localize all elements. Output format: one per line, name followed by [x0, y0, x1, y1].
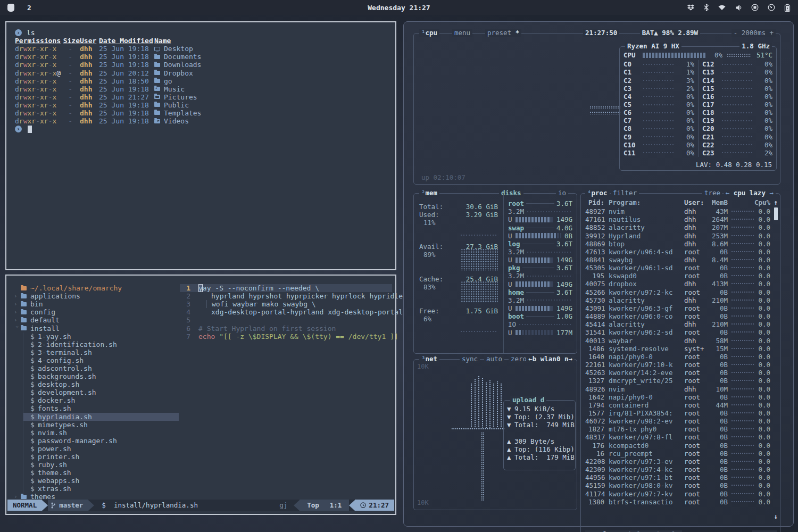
tree-file-nvim.sh[interactable]: $nvim.sh	[23, 429, 179, 437]
net-auto-toggle[interactable]: auto	[484, 355, 504, 363]
process-row[interactable]: 45730alacrittydhh210M0.0	[585, 296, 770, 304]
tree-dir-config[interactable]: ›config	[12, 308, 179, 316]
process-row[interactable]: 45266kworker/u97:2-kcroot0B0.0	[585, 288, 770, 296]
dropbox-icon[interactable]	[687, 4, 695, 11]
net-interface[interactable]: ←b wlan0 n→	[526, 355, 575, 363]
tree-root[interactable]: ~/.local/share/omarchy	[12, 284, 179, 292]
tree-dir-applications[interactable]: ›applications	[12, 292, 179, 300]
volume-icon[interactable]	[735, 4, 742, 11]
btop-window[interactable]: ¹cpu menu preset * 21:27:50 BAT▲ 98% 2.8…	[403, 21, 794, 527]
preset-button[interactable]: preset *	[485, 29, 521, 37]
net-sync-toggle[interactable]: sync	[460, 355, 480, 363]
git-branch[interactable]: master	[48, 500, 88, 511]
process-row[interactable]: 1642napi/phy0-0root0B0.0	[585, 393, 770, 401]
process-row[interactable]: 42309kworker/u97:4-kcroot0B0.0	[585, 466, 770, 473]
tree-file-1-yay.sh[interactable]: $1-yay.sh	[23, 332, 179, 340]
process-row[interactable]: 48926nvimdhh10M0.0	[585, 385, 770, 393]
editor-line-1[interactable]: 1yay -S --noconfirm --needed \	[180, 284, 392, 292]
wifi-icon[interactable]	[718, 4, 726, 11]
tree-file-printer.sh[interactable]: $printer.sh	[23, 453, 179, 461]
proc-sort-selector[interactable]: ← cpu lazy →	[724, 189, 776, 197]
process-row[interactable]: 45159kworker/u98:0-kvroot0B0.0	[585, 481, 770, 489]
tree-file-4-config.sh[interactable]: $4-config.sh	[23, 356, 179, 364]
tree-file-2-identification.sh[interactable]: $2-identification.sh	[23, 340, 179, 348]
process-row[interactable]: 1640napi/phy0-0root0B0.0	[585, 353, 770, 361]
proc-box-title[interactable]: ⁴proc	[585, 189, 610, 197]
proc-filter-button[interactable]: filter	[611, 189, 639, 197]
process-row[interactable]: 1827mt76-tx phy0root0B0.0	[585, 425, 770, 433]
tree-file-power.sh[interactable]: $power.sh	[23, 445, 179, 453]
process-row[interactable]: 43091kworker/u96:3-gfroot0B0.0	[585, 304, 770, 312]
tree-file-hyprlandia.sh[interactable]: $hyprlandia.sh	[23, 413, 179, 421]
tree-file-theme.sh[interactable]: $theme.sh	[23, 469, 179, 477]
editor-line-2[interactable]: 2hyprland hyprshot hyprpicker hyprlock h…	[180, 292, 392, 300]
process-row[interactable]: 48852alacrittydhh207M0.0	[585, 223, 770, 231]
power-gauge-icon[interactable]	[768, 4, 775, 11]
proc-tree-toggle[interactable]: tree	[702, 189, 722, 197]
bluetooth-icon[interactable]	[704, 4, 709, 11]
process-row[interactable]: 1327dmcrypt_write/25root0B0.0	[585, 377, 770, 385]
tree-file-ruby.sh[interactable]: $ruby.sh	[23, 461, 179, 469]
editor-line-4[interactable]: 4xdg-desktop-portal-hyprland xdg-desktop…	[180, 308, 392, 316]
cpu-box-title[interactable]: ¹cpu	[419, 29, 439, 37]
editor-line-6[interactable]: 6# Start Hyprland on first session	[180, 324, 392, 332]
tree-file-fonts.sh[interactable]: $fonts.sh	[23, 404, 179, 412]
process-row[interactable]: 1577irq/81-PIXA3854:root0B0.0	[585, 409, 770, 417]
neovim-window[interactable]: ~/.local/share/omarchy›applications›bin›…	[5, 275, 396, 515]
tree-file-3-terminal.sh[interactable]: $3-terminal.sh	[23, 348, 179, 356]
process-row[interactable]: 47613kworker/u96:4-sdroot0B0.0	[585, 248, 770, 256]
menu-button[interactable]: menu	[452, 29, 472, 37]
proc-header[interactable]: Pid: Program: User: MemB Cpu%	[585, 198, 770, 206]
process-row[interactable]: 48841swaybgdhh8.4M0.0	[585, 256, 770, 264]
prompt-line-2[interactable]: ›	[15, 125, 395, 133]
process-row[interactable]: 47161nautilusdhh264M0.0	[585, 215, 770, 223]
poll-interval[interactable]: - 2000ms +	[732, 29, 776, 37]
tree-file-desktop.sh[interactable]: $desktop.sh	[23, 380, 179, 388]
scroll-down-arrow[interactable]: ↓	[774, 512, 778, 520]
editor-line-7[interactable]: 7echo "[[ -z \$DISPLAY && \$(tty) == /de…	[180, 332, 392, 340]
net-box-title[interactable]: ³net	[419, 355, 439, 363]
tree-file-password-manager.sh[interactable]: $password-manager.sh	[23, 437, 179, 445]
screen-record-icon[interactable]	[751, 4, 759, 11]
process-row[interactable]: 40013waybardhh58M0.0	[585, 337, 770, 345]
workspace-indicator[interactable]: 2	[27, 4, 31, 12]
tree-file-adscontrol.sh[interactable]: $adscontrol.sh	[23, 364, 179, 372]
tree-file-xtras.sh[interactable]: $xtras.sh	[23, 485, 179, 493]
tree-file-mimetypes.sh[interactable]: $mimetypes.sh	[23, 421, 179, 429]
process-row[interactable]: 195kswapd0root0B0.0	[585, 272, 770, 280]
process-row[interactable]: 44956kworker/u97:1-btroot0B0.0	[585, 473, 770, 481]
process-row[interactable]: 22161kworker/u97:10-kroot0B0.0	[585, 361, 770, 369]
process-row[interactable]: 42208kworker/u97:3-evroot0B0.0	[585, 458, 770, 466]
process-row[interactable]: 1794containerdroot44M0.0	[585, 401, 770, 409]
proc-scrollbar[interactable]	[774, 207, 778, 220]
tree-dir-install[interactable]: ›install	[12, 324, 179, 332]
process-row[interactable]: 40075dropboxdhh413M0.0	[585, 280, 770, 288]
launcher-icon[interactable]	[7, 4, 14, 12]
process-row[interactable]: 46072kworker/u98:2-evroot0B0.0	[585, 417, 770, 425]
tree-file-docker.sh[interactable]: $docker.sh	[23, 396, 179, 404]
process-row[interactable]: 31541kworker/u96:2-sdroot0B0.0	[585, 328, 770, 336]
tree-dir-bin[interactable]: ›bin	[12, 300, 179, 308]
process-row[interactable]: 1380btrfs-transactioroot0B0.0	[585, 498, 770, 506]
process-row[interactable]: 39912Hyprlanddhh253M0.0	[585, 231, 770, 239]
terminal-window-ls[interactable]: › ls Permissions Size User Date Modified…	[5, 21, 396, 270]
process-row[interactable]: 44889kworker/u96:0-coroot0B0.0	[585, 312, 770, 320]
tree-dir-default[interactable]: ›default	[12, 316, 179, 324]
scroll-up-arrow[interactable]: ↑	[774, 198, 778, 206]
editor-line-3[interactable]: 3wofi waybar mako swaybg \	[180, 300, 392, 308]
process-row[interactable]: 1486systemd-resolvesyst+15M0.0	[585, 345, 770, 353]
process-row[interactable]: 48317kworker/u97:8-flroot0B0.0	[585, 433, 770, 441]
tree-file-backgrounds.sh[interactable]: $backgrounds.sh	[23, 372, 179, 380]
editor-buffer[interactable]: 1yay -S --noconfirm --needed \2hyprland …	[180, 284, 392, 489]
tree-file-webapps.sh[interactable]: $webapps.sh	[23, 477, 179, 485]
tree-file-development.sh[interactable]: $development.sh	[23, 388, 179, 396]
process-row[interactable]: 45305kworker/u96:1-sdroot0B0.0	[585, 264, 770, 272]
process-row[interactable]: 48927nvimdhh43M0.0	[585, 207, 770, 215]
process-row[interactable]: 45414alacrittydhh210M0.0	[585, 320, 770, 328]
process-row[interactable]: 45263kworker/14:2-everoot0B0.0	[585, 369, 770, 377]
process-row[interactable]: 176kcompactd0root0B0.0	[585, 442, 770, 450]
battery-icon[interactable]	[784, 4, 791, 12]
process-row[interactable]: 48869btopdhh8.6M0.0	[585, 240, 770, 248]
process-row[interactable]: 41174kworker/u97:7-kvroot0B0.0	[585, 489, 770, 497]
mem-box-title[interactable]: ²mem	[419, 189, 439, 197]
